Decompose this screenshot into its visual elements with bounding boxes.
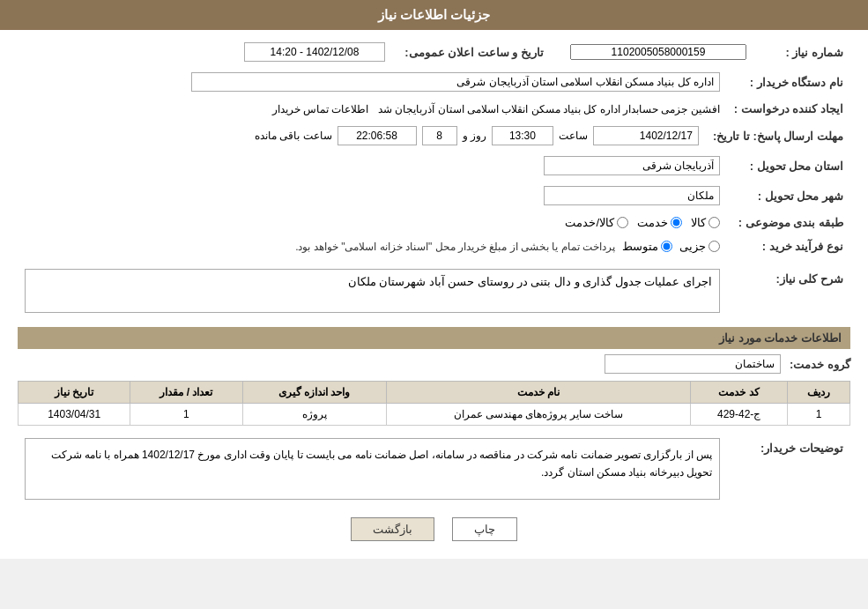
namDasgah-input[interactable] — [191, 72, 720, 92]
farayand-radio-jozi[interactable]: جزیی — [679, 240, 720, 253]
khadamat-section-title: اطلاعات خدمات مورد نیاز — [18, 327, 850, 349]
ostan-value-cell — [18, 152, 727, 179]
farayand-radio-motavset[interactable]: متوسط — [622, 240, 672, 253]
back-button[interactable]: بازگشت — [351, 517, 434, 541]
cell-tedad: 1 — [130, 404, 242, 426]
tabaghe-radio-kala[interactable]: کالا — [691, 216, 720, 229]
col-vahed: واحد اندازه گیری — [242, 382, 386, 404]
ijadKonande-label: ایجاد کننده درخواست : — [727, 99, 850, 119]
farayand-jozi-label: جزیی — [679, 240, 706, 253]
gorohe-row: گروه خدمت: — [18, 354, 850, 374]
ijadKonande-value-cell: افشین جزمی حسابدار اداره کل بنیاد مسکن ا… — [18, 99, 727, 119]
page-header: جزئیات اطلاعات نیاز — [0, 0, 868, 30]
info-row-8: نوع فرآیند خرید : جزیی متوسط پرداخت تمام… — [18, 236, 850, 256]
info-row-1: شماره نیاز : تاریخ و ساعت اعلان عمومی: — [18, 39, 850, 65]
namDasgah-value-cell — [18, 69, 727, 95]
shahr-label: شهر محل تحویل : — [727, 182, 850, 209]
page-title: جزئیات اطلاعات نیاز — [378, 7, 490, 22]
mohlat-values-cell: ساعت روز و ساعت باقی مانده — [18, 123, 706, 149]
tabaghe-kala-khedmat-label: کالا/خدمت — [565, 216, 614, 229]
mohlat-label: مهلت ارسال پاسخ: تا تاریخ: — [706, 123, 850, 149]
tabaghe-radio-kala-khedmat[interactable]: کالا/خدمت — [565, 216, 628, 229]
info-row-4: مهلت ارسال پاسخ: تا تاریخ: ساعت روز و سا… — [18, 123, 850, 149]
tabaghe-radio-khedmat[interactable]: خدمت — [637, 216, 682, 229]
shomareNiaz-value-cell — [551, 39, 753, 65]
farayand-radio-motavset-input[interactable] — [661, 241, 672, 252]
time-label: ساعت — [559, 130, 588, 142]
col-radif: ردیف — [787, 382, 849, 404]
date-input[interactable] — [593, 126, 699, 145]
sharh-value-cell: اجرای عملیات جدول گذاری و دال بتنی در رو… — [18, 265, 727, 316]
ostan-input[interactable] — [544, 156, 720, 175]
col-tedad: تعداد / مقدار — [130, 382, 242, 404]
shomareNiaz-label: شماره نیاز : — [753, 39, 850, 65]
info-row-7: طبقه بندی موضوعی : کالا خدمت — [18, 212, 850, 233]
sharh-table: شرح کلی نیاز: اجرای عملیات جدول گذاری و … — [18, 265, 850, 316]
service-table: ردیف کد خدمت نام خدمت واحد اندازه گیری ت… — [18, 381, 850, 426]
ijadKonande-text: افشین جزمی حسابدار اداره کل بنیاد مسکن ا… — [378, 103, 720, 115]
tavzihat-table: توضیحات خریدار: پس از بارگزاری تصویر ضما… — [18, 434, 850, 503]
noeFarayand-text: پرداخت تمام یا بخشی از مبلغ خریدار محل "… — [295, 241, 615, 253]
tabaghe-khedmat-label: خدمت — [637, 216, 668, 229]
sharh-box: اجرای عملیات جدول گذاری و دال بتنی در رو… — [25, 269, 720, 313]
tarikh-value-cell — [18, 39, 392, 65]
shahr-input[interactable] — [544, 186, 720, 205]
time-input[interactable] — [492, 126, 553, 145]
namDasgah-label: نام دستگاه خریدار : — [727, 69, 850, 95]
col-name: نام خدمت — [386, 382, 691, 404]
farayand-radio-jozi-input[interactable] — [708, 241, 720, 252]
shahr-value-cell — [18, 182, 727, 209]
tabaghe-radio-kala-khedmat-input[interactable] — [617, 217, 628, 228]
ostan-label: استان محل تحویل : — [727, 152, 850, 179]
days-label: روز و — [463, 130, 486, 142]
sharh-text: اجرای عملیات جدول گذاری و دال بتنی در رو… — [348, 275, 712, 288]
button-row: چاپ بازگشت — [18, 517, 850, 541]
cell-name: ساخت سایر پروژه‌های مهندسی عمران — [386, 404, 691, 426]
ijadKonande-link[interactable]: اطلاعات تماس خریدار — [272, 103, 369, 115]
info-row-2: نام دستگاه خریدار : — [18, 69, 850, 95]
noeFarayand-value-cell: جزیی متوسط پرداخت تمام یا بخشی از مبلغ خ… — [18, 236, 727, 256]
gorohe-input[interactable] — [605, 354, 781, 374]
tarikh-input[interactable] — [244, 42, 385, 62]
cell-radif: 1 — [787, 404, 849, 426]
tavzihat-box: پس از بارگزاری تصویر ضمانت نامه شرکت در … — [25, 438, 720, 500]
gorohe-label: گروه خدمت: — [790, 358, 850, 371]
shomareNiaz-input[interactable] — [570, 44, 746, 60]
cell-vahed: پروژه — [242, 404, 386, 426]
tavzihat-text: پس از بارگزاری تصویر ضمانت نامه شرکت در … — [51, 449, 712, 479]
cell-kod: ج-42-429 — [691, 404, 788, 426]
farayand-motavset-label: متوسط — [622, 240, 658, 253]
cell-tarikh: 1403/04/31 — [19, 404, 130, 426]
tarikh-label: تاریخ و ساعت اعلان عمومی: — [392, 39, 551, 65]
days-input[interactable] — [422, 126, 457, 145]
tabaghe-kala-label: کالا — [691, 216, 706, 229]
col-tarikh: تاریخ نیاز — [19, 382, 130, 404]
sharh-label: شرح کلی نیاز: — [727, 265, 850, 316]
tavzihat-label: توضیحات خریدار: — [727, 434, 850, 503]
print-button[interactable]: چاپ — [452, 517, 517, 541]
remain-input[interactable] — [338, 126, 417, 145]
tabaghe-radio-kala-input[interactable] — [708, 217, 720, 228]
info-row-3: ایجاد کننده درخواست : افشین جزمی حسابدار… — [18, 99, 850, 119]
tabaghe-value-cell: کالا خدمت کالا/خدمت — [18, 212, 727, 233]
noeFarayand-label: نوع فرآیند خرید : — [727, 236, 850, 256]
tabaghe-radio-khedmat-input[interactable] — [671, 217, 682, 228]
tabaghe-label: طبقه بندی موضوعی : — [727, 212, 850, 233]
info-row-6: شهر محل تحویل : — [18, 182, 850, 209]
sharh-section: شرح کلی نیاز: اجرای عملیات جدول گذاری و … — [18, 265, 850, 316]
remain-label: ساعت باقی مانده — [255, 130, 332, 142]
tavzihat-value-cell: پس از بارگزاری تصویر ضمانت نامه شرکت در … — [18, 434, 727, 503]
col-kod: کد خدمت — [691, 382, 788, 404]
table-row: 1 ج-42-429 ساخت سایر پروژه‌های مهندسی عم… — [19, 404, 850, 426]
info-row-5: استان محل تحویل : — [18, 152, 850, 179]
